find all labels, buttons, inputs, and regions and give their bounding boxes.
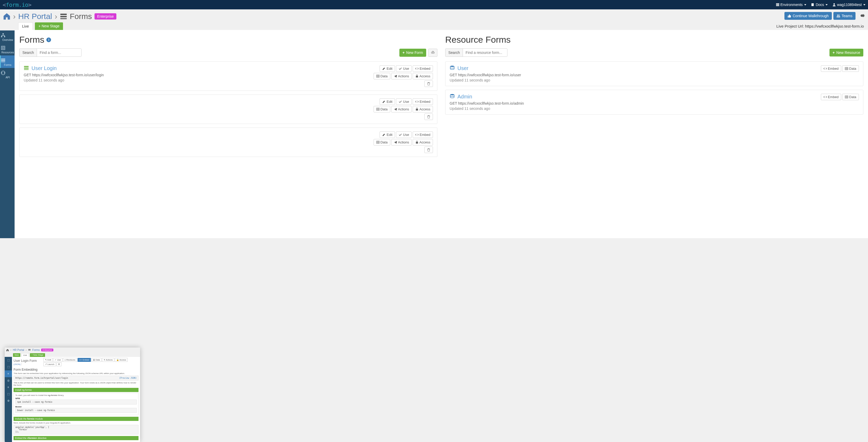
pencil-icon bbox=[382, 100, 385, 103]
access-button[interactable]: Access bbox=[413, 73, 433, 80]
sidebar-item-overview[interactable]: Overview bbox=[0, 30, 14, 43]
user-menu[interactable]: wag110894test bbox=[832, 3, 865, 7]
table-icon bbox=[376, 74, 380, 78]
delete-button[interactable] bbox=[424, 147, 433, 153]
sidebar-item-forms[interactable]: Forms bbox=[0, 56, 14, 68]
form-title[interactable]: User Login bbox=[24, 65, 361, 71]
sep: › bbox=[13, 12, 16, 21]
forms-search-input[interactable] bbox=[37, 49, 81, 57]
delete-button[interactable] bbox=[424, 81, 433, 87]
new-form-button[interactable]: + New Form bbox=[399, 49, 426, 57]
sidebar: Overview Resources Forms API bbox=[0, 30, 14, 238]
resource-title[interactable]: User bbox=[450, 65, 817, 71]
svg-rect-23 bbox=[376, 108, 379, 110]
teams-button[interactable]: Teams bbox=[833, 12, 856, 20]
sep: › bbox=[55, 12, 57, 21]
tab-live[interactable]: Live bbox=[18, 22, 33, 30]
svg-point-3 bbox=[833, 3, 835, 5]
actions-button[interactable]: Actions bbox=[391, 73, 412, 80]
resource-card[interactable]: Admin GET https://vwfcxocllfwkjso.test-f… bbox=[445, 90, 863, 115]
form-card[interactable]: User Login GET https://vwfcxocllfwkjso.t… bbox=[19, 61, 437, 91]
form-updated: Updated 11 seconds ago bbox=[24, 78, 361, 82]
caret-icon bbox=[826, 4, 828, 5]
table-icon bbox=[376, 107, 380, 111]
svg-rect-28 bbox=[845, 67, 848, 70]
embed-button[interactable]: Embed bbox=[413, 65, 433, 72]
access-button[interactable]: Access bbox=[413, 106, 433, 113]
data-button[interactable]: Data bbox=[842, 65, 859, 72]
resource-endpoint: GET https://vwfcxocllfwkjso.test-form.io… bbox=[450, 73, 817, 77]
use-button[interactable]: Use bbox=[396, 65, 412, 72]
home-link[interactable] bbox=[3, 12, 10, 21]
section-label: Forms bbox=[70, 12, 92, 21]
svg-rect-12 bbox=[1, 46, 5, 50]
continue-walkthrough-button[interactable]: Continue Walkthrough bbox=[784, 12, 832, 20]
use-button[interactable]: Use bbox=[396, 131, 412, 138]
project-link[interactable]: HR Portal bbox=[18, 12, 52, 21]
access-button[interactable]: Access bbox=[413, 139, 433, 146]
delete-button[interactable] bbox=[424, 114, 433, 120]
sitemap-icon bbox=[1, 33, 14, 38]
svg-rect-19 bbox=[24, 68, 29, 69]
data-button[interactable]: Data bbox=[374, 139, 390, 146]
lock-icon bbox=[415, 140, 418, 144]
code-icon bbox=[824, 67, 827, 70]
edit-button[interactable]: Edit bbox=[380, 65, 395, 72]
breadcrumb: › HR Portal › Forms Enterprise bbox=[3, 12, 116, 21]
resource-card[interactable]: User GET https://vwfcxocllfwkjso.test-fo… bbox=[445, 61, 863, 86]
environments-menu[interactable]: Environments bbox=[776, 3, 807, 7]
table-icon bbox=[845, 67, 848, 70]
enterprise-badge: Enterprise bbox=[94, 13, 116, 20]
gear-icon bbox=[859, 12, 865, 19]
edit-button[interactable]: Edit bbox=[380, 98, 395, 105]
api-icon bbox=[1, 70, 14, 75]
logo-lt: < bbox=[3, 2, 6, 8]
actions-button[interactable]: Actions bbox=[391, 106, 412, 113]
resources-search-input[interactable] bbox=[463, 49, 507, 57]
data-button[interactable]: Data bbox=[374, 106, 390, 113]
data-button[interactable]: Data bbox=[374, 73, 390, 80]
trash-icon bbox=[427, 82, 430, 85]
trash-icon bbox=[427, 148, 430, 152]
user-icon bbox=[832, 3, 836, 6]
liveurl-label: Live Project Url: bbox=[776, 24, 804, 28]
new-stage-button[interactable]: + New Stage bbox=[35, 22, 63, 30]
info-icon[interactable]: i bbox=[46, 37, 51, 42]
embed-button[interactable]: Embed bbox=[821, 65, 841, 72]
form-card[interactable]: Edit Use Embed Data Actions Access bbox=[19, 128, 437, 157]
settings-button[interactable] bbox=[859, 12, 865, 20]
continue-label: Continue Walkthrough bbox=[793, 14, 829, 18]
resource-title[interactable]: Admin bbox=[450, 94, 817, 100]
use-button[interactable]: Use bbox=[396, 98, 412, 105]
liveurl-value: https://vwfcxocllfwkjso.test-form.io bbox=[805, 24, 864, 28]
actions-button[interactable]: Actions bbox=[391, 139, 412, 146]
sidebar-item-resources[interactable]: Resources bbox=[0, 43, 14, 56]
svg-rect-26 bbox=[416, 142, 418, 144]
forms-icon bbox=[1, 58, 14, 63]
environments-label: Environments bbox=[780, 3, 803, 7]
form-card[interactable]: Edit Use Embed Data Actions Access bbox=[19, 94, 437, 124]
new-resource-button[interactable]: + New Resource bbox=[830, 49, 863, 57]
svg-rect-13 bbox=[2, 47, 4, 49]
logo[interactable]: <form.io> bbox=[3, 2, 31, 8]
resources-heading: Resource Forms bbox=[445, 35, 863, 45]
send-icon bbox=[394, 74, 397, 78]
embed-button[interactable]: Embed bbox=[413, 98, 433, 105]
logo-text: form bbox=[6, 2, 19, 8]
data-button[interactable]: Data bbox=[842, 94, 859, 100]
form-title-text: User Login bbox=[31, 65, 57, 71]
svg-rect-5 bbox=[60, 16, 67, 17]
database-icon bbox=[450, 94, 455, 100]
embed-button[interactable]: Embed bbox=[821, 94, 841, 100]
table-icon bbox=[376, 140, 380, 144]
embed-button[interactable]: Embed bbox=[413, 131, 433, 138]
svg-rect-16 bbox=[1, 62, 5, 62]
user-label: wag110894test bbox=[837, 3, 862, 7]
pencil-icon bbox=[382, 67, 385, 70]
upload-button[interactable] bbox=[428, 49, 437, 57]
docs-menu[interactable]: Docs bbox=[811, 3, 828, 7]
docs-label: Docs bbox=[816, 3, 824, 7]
database-icon bbox=[450, 65, 455, 71]
edit-button[interactable]: Edit bbox=[380, 131, 395, 138]
sidebar-item-api[interactable]: API bbox=[0, 68, 14, 81]
